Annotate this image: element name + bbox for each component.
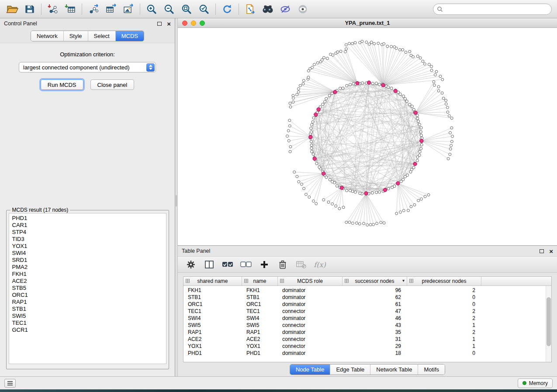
mcds-result-item[interactable]: RAP1: [9, 299, 166, 306]
search-box[interactable]: [433, 3, 552, 15]
table-row[interactable]: YOX1YOX1connector291: [183, 343, 551, 350]
toolbar-separator: [140, 3, 140, 15]
table-row[interactable]: TEC1TEC1connector472: [183, 308, 551, 315]
tab-mcds[interactable]: MCDS: [116, 31, 144, 41]
zoom-fit-button[interactable]: [180, 2, 194, 16]
column-header-predecessor-nodes[interactable]: predecessor nodes: [407, 277, 481, 285]
column-label: name: [253, 278, 266, 284]
export-network-icon: [88, 3, 99, 15]
search-input[interactable]: [433, 3, 552, 15]
mcds-result-item[interactable]: ORC1: [9, 292, 166, 299]
export-image-button[interactable]: [121, 2, 135, 16]
table-settings-button[interactable]: [185, 258, 197, 271]
mcds-result-item[interactable]: FKH1: [9, 271, 166, 278]
network-canvas[interactable]: [178, 28, 557, 245]
network-svg[interactable]: [178, 28, 557, 245]
mcds-result-item[interactable]: SRD1: [9, 257, 166, 264]
tab-network-table[interactable]: Network Table: [370, 364, 418, 375]
desktop-background-strip: [0, 389, 557, 392]
mcds-result-item[interactable]: STP4: [9, 229, 166, 236]
tab-edge-table[interactable]: Edge Table: [330, 364, 370, 375]
float-table-panel-icon[interactable]: [540, 249, 544, 253]
mcds-panel: Optimization criterion: largest connecte…: [0, 43, 175, 376]
mcds-result-item[interactable]: STB5: [9, 285, 166, 292]
column-header-name[interactable]: name: [242, 277, 278, 285]
save-button[interactable]: [23, 2, 37, 16]
splitter-grip[interactable]: [176, 195, 177, 206]
zoom-fit-icon: [181, 3, 192, 15]
column-header-successor-nodes[interactable]: successor nodes▾: [343, 277, 407, 285]
sort-indicator-icon[interactable]: ▾: [402, 278, 405, 283]
refresh-view-button[interactable]: [220, 2, 234, 16]
table-grid-icon: [186, 279, 190, 283]
mcds-result-item[interactable]: GCR1: [9, 327, 166, 334]
mcds-result-list[interactable]: PHD1CAR1STP4TID3YOX1SWI4SRD1PMA2FKH1ACE2…: [9, 213, 166, 364]
close-panel-button[interactable]: Close panel: [90, 79, 135, 90]
deselect-all-button[interactable]: [240, 258, 252, 271]
import-table-button[interactable]: [63, 2, 77, 16]
mcds-result-item[interactable]: PHD1: [9, 215, 166, 222]
table-row[interactable]: RAP1RAP1dominator352: [183, 329, 551, 336]
network-window-titlebar[interactable]: YPA_prune.txt_1: [178, 18, 557, 28]
column-header-MCDS-role[interactable]: MCDS role: [278, 277, 343, 285]
maximize-window-icon[interactable]: [200, 21, 205, 26]
mcds-result-item[interactable]: ACE2: [9, 278, 166, 285]
tab-network[interactable]: Network: [31, 31, 64, 41]
cell-predecessor-nodes: 2: [407, 315, 481, 321]
close-panel-icon[interactable]: ×: [167, 21, 171, 27]
close-window-icon[interactable]: [182, 21, 187, 26]
binoculars-button[interactable]: [261, 2, 275, 16]
cell-MCDS-role: dominator: [278, 329, 343, 335]
tab-motifs[interactable]: Motifs: [418, 364, 445, 375]
float-panel-icon[interactable]: [157, 22, 162, 26]
table-row[interactable]: FKH1FKH1dominator962: [183, 287, 551, 294]
mcds-result-item[interactable]: CAR1: [9, 222, 166, 229]
mcds-result-item[interactable]: PMA2: [9, 264, 166, 271]
show-graphics-details-button[interactable]: [296, 2, 310, 16]
close-table-panel-icon[interactable]: ×: [549, 248, 553, 254]
tab-select[interactable]: Select: [88, 31, 116, 41]
import-network-button[interactable]: [46, 2, 60, 16]
status-bar: Memory: [0, 376, 557, 389]
table-scrollbar-thumb[interactable]: [547, 297, 551, 346]
cell-MCDS-role: connector: [278, 336, 343, 342]
mcds-result-item[interactable]: YOX1: [9, 243, 166, 250]
minimize-window-icon[interactable]: [191, 21, 196, 26]
zoom-selected-button[interactable]: [197, 2, 211, 16]
table-grid-icon: [244, 279, 248, 283]
tab-node-table[interactable]: Node Table: [290, 364, 331, 375]
hide-graphics-details-button[interactable]: [278, 2, 292, 16]
import-table-icon: [65, 3, 76, 15]
import-network-icon: [47, 3, 59, 15]
export-table-button[interactable]: [104, 2, 118, 16]
table-scrollbar[interactable]: [546, 286, 551, 362]
table-row[interactable]: SWI4SWI4dominator462: [183, 315, 551, 322]
add-row-button[interactable]: [258, 258, 270, 271]
mcds-result-item[interactable]: SWI5: [9, 313, 166, 320]
share-document-button[interactable]: [243, 2, 257, 16]
show-column-button[interactable]: [203, 258, 215, 271]
tab-style[interactable]: Style: [64, 31, 88, 41]
table-row[interactable]: SWI5SWI5connector431: [183, 322, 551, 329]
zoom-out-icon: [163, 3, 175, 15]
zoom-in-button[interactable]: [145, 2, 159, 16]
select-all-button[interactable]: [221, 258, 234, 271]
open-folder-button[interactable]: [5, 2, 19, 16]
table-row[interactable]: PHD1PHD1dominator180: [183, 350, 551, 357]
mcds-result-item[interactable]: STB1: [9, 306, 166, 313]
table-row[interactable]: STB1STB1dominator620: [183, 294, 551, 301]
zoom-out-button[interactable]: [162, 2, 176, 16]
mcds-result-item[interactable]: SWI4: [9, 250, 166, 257]
run-mcds-button[interactable]: Run MCDS: [41, 79, 83, 90]
export-network-button[interactable]: [86, 2, 100, 16]
criterion-select[interactable]: largest connected component (undirected): [19, 62, 156, 72]
status-menu-button[interactable]: [4, 379, 16, 388]
mcds-result-item[interactable]: TEC1: [9, 320, 166, 327]
table-row[interactable]: ORC1ORC1dominator610: [183, 301, 551, 308]
mcds-result-item[interactable]: TID3: [9, 236, 166, 243]
memory-button[interactable]: Memory: [518, 378, 553, 388]
cell-predecessor-nodes: 2: [407, 287, 481, 293]
table-row[interactable]: ACE2ACE2connector311: [183, 336, 551, 343]
delete-row-button[interactable]: [277, 258, 289, 271]
column-header-shared-name[interactable]: shared name: [183, 277, 242, 285]
